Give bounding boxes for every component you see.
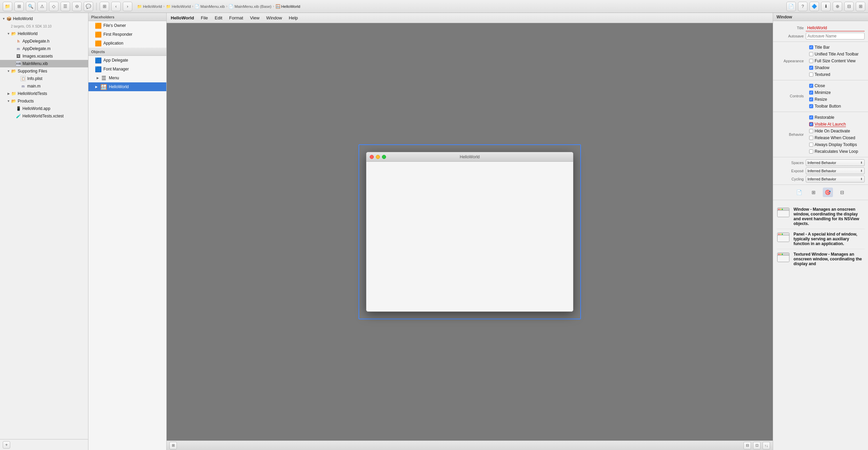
cb-fullsize[interactable] [809, 59, 813, 63]
cb-titlebar[interactable] [809, 45, 813, 49]
toggle-helloworldtests[interactable]: ▶ [6, 91, 11, 96]
cb-row-hide-on-deactivate: Hide On Deactivate [806, 128, 865, 134]
download-btn[interactable]: ⬇ [821, 2, 831, 11]
objects-item-first-responder[interactable]: 🟧 First Responder [88, 30, 166, 39]
cb-resize[interactable] [809, 97, 813, 101]
breadcrumb-item-2[interactable]: 📁 HelloWorld [166, 4, 191, 9]
title-input[interactable] [806, 25, 865, 31]
cb-row-toolbar: Toolbar Button [806, 103, 865, 110]
nav-back[interactable]: ‹ [111, 2, 121, 11]
cb-release-closed[interactable] [809, 136, 813, 140]
cb-always-tooltips[interactable] [809, 143, 813, 147]
panel-btn[interactable]: ⊕ [833, 2, 842, 11]
library-item-panel[interactable]: Panel - A special kind of window, typica… [777, 229, 865, 249]
objects-item-files-owner[interactable]: 🟧 File's Owner [88, 21, 166, 30]
canvas-layout-btn[interactable]: ⊡ [753, 442, 761, 449]
menu-view[interactable]: View [250, 15, 260, 20]
cb-toolbar[interactable] [809, 104, 813, 108]
expose-dropdown[interactable]: Inferred Behavior ⬍ [806, 167, 865, 174]
label-files-owner: File's Owner [103, 23, 126, 28]
breadcrumb-item-1[interactable]: 📁 HelloWorld [137, 4, 162, 9]
cb-close[interactable] [809, 84, 813, 88]
tab-attributes[interactable]: 🎯 [823, 188, 833, 197]
menu-window[interactable]: Window [266, 15, 282, 20]
menu-format[interactable]: Format [229, 15, 243, 20]
sidebar-item-helloworld-root[interactable]: ▼ 📦 HelloWorld [0, 15, 88, 22]
list-btn[interactable]: ☰ [61, 2, 70, 11]
breadcrumb-item-3[interactable]: 📄 MainMenu.xib [195, 4, 225, 9]
sidebar-item-mainmenu[interactable]: ▶ XIB MainMenu.xib [0, 60, 88, 67]
cb-minimize[interactable] [809, 91, 813, 95]
menu-helloworld[interactable]: HelloWorld [171, 15, 194, 20]
sidebar-item-products[interactable]: ▼ 📂 Products [0, 97, 88, 105]
sidebar-item-appdelegate-h[interactable]: ▶ h AppDelegate.h [0, 37, 88, 45]
tab-document[interactable]: 📄 [794, 188, 804, 197]
spaces-dropdown[interactable]: Inferred Behavior ⬍ [806, 159, 865, 166]
sidebar-item-appdelegate-m[interactable]: ▶ m AppDelegate.m [0, 45, 88, 52]
library-item-window[interactable]: Window - Manages an onscreen window, coo… [777, 204, 865, 229]
cb-shadow[interactable] [809, 66, 813, 70]
sidebar-item-images[interactable]: ▶ 🖼 Images.xcassets [0, 52, 88, 60]
warning-btn[interactable]: ⚠ [37, 2, 47, 11]
sidebar-item-main-m[interactable]: ▶ m main.m [0, 82, 88, 90]
cb-unified[interactable] [809, 52, 813, 56]
canvas-fit-btn[interactable]: ⊟ [744, 442, 751, 449]
comment-btn[interactable]: 💬 [84, 2, 93, 11]
objects-item-font-manager[interactable]: 🟦 Font Manager [88, 65, 166, 74]
simulated-window[interactable]: HelloWorld [366, 152, 573, 312]
menu-file[interactable]: File [201, 15, 208, 20]
toggle-supporting[interactable]: ▼ [6, 69, 11, 74]
cb-visible-at-launch[interactable] [809, 122, 813, 126]
window-min-btn[interactable] [376, 155, 380, 159]
menu-help[interactable]: Help [289, 15, 298, 20]
canvas-nav-btn[interactable]: ↑↓ [763, 442, 770, 449]
library-item-textured-window[interactable]: Textured Window - Manages an onscreen wi… [777, 249, 865, 269]
window-max-btn[interactable] [382, 155, 386, 159]
spaces-arrow: ⬍ [860, 161, 863, 164]
cycling-dropdown[interactable]: Inferred Behavior ⬍ [806, 176, 865, 182]
search-btn[interactable]: 🔍 [26, 2, 35, 11]
add-file-btn[interactable]: + [3, 441, 10, 449]
new-file-btn[interactable]: 📄 [786, 2, 796, 11]
bookmark-btn[interactable]: ◇ [49, 2, 59, 11]
sidebar-item-supporting[interactable]: ▼ 📂 Supporting Files [0, 67, 88, 75]
pane-btn[interactable]: ⊟ [844, 2, 854, 11]
tab-bindings[interactable]: ⊟ [837, 188, 847, 197]
objects-item-menu[interactable]: ▶ ☰ Menu [88, 74, 166, 82]
sidebar-item-info-plist[interactable]: ▶ 📋 Info.plist [0, 75, 88, 82]
grid-btn[interactable]: ⊞ [100, 2, 109, 11]
breadcrumb-item-5[interactable]: 🪟 HelloWorld [276, 4, 300, 9]
cb-recalculates[interactable] [809, 149, 813, 154]
window-toggle[interactable]: ▶ [95, 85, 100, 89]
app-icon: 📱 [16, 106, 21, 111]
menu-edit[interactable]: Edit [215, 15, 222, 20]
nav-fwd[interactable]: › [123, 2, 132, 11]
objects-item-app-delegate[interactable]: 🟦 App Delegate [88, 56, 166, 65]
objects-item-helloworld-window[interactable]: ▶ 🪟 HelloWorld [88, 82, 166, 91]
cb-restorable[interactable] [809, 115, 813, 119]
folder-btn[interactable]: 📁 [3, 2, 12, 11]
sidebar-item-helloworldtests[interactable]: ▶ 📁 HelloWorldTests [0, 90, 88, 97]
canvas-content[interactable]: HelloWorld [167, 23, 773, 440]
window-close-btn[interactable] [370, 155, 374, 159]
cb-textured[interactable] [809, 73, 813, 77]
tab-size[interactable]: ⊞ [808, 188, 819, 197]
autosave-input[interactable] [806, 33, 865, 39]
canvas-zoom-btn[interactable]: ⊞ [169, 442, 177, 449]
help-btn[interactable]: ? [798, 2, 807, 11]
menu-toggle[interactable]: ▶ [95, 76, 100, 80]
cb-hide-deactivate[interactable] [809, 129, 813, 133]
hierarchy-btn[interactable]: ⊞ [14, 2, 24, 11]
sidebar-item-helloworld-group[interactable]: ▼ 📂 HelloWorld [0, 30, 88, 37]
toggle-products[interactable]: ▼ [6, 99, 11, 103]
objects-item-application[interactable]: 🟧 Application [88, 39, 166, 48]
breadcrumb-item-4[interactable]: 📄 MainMenu.xib (Base) [229, 4, 271, 9]
cb-label-hide-deactivate: Hide On Deactivate [815, 129, 850, 133]
toggle-helloworld-root[interactable]: ▼ [1, 16, 6, 21]
sidebar-item-xctest[interactable]: ▶ 🧪 HelloWorldTests.xctest [0, 112, 88, 120]
inspector-btn[interactable]: 🔷 [809, 2, 819, 11]
layout-btn[interactable]: ⊞ [856, 2, 865, 11]
toggle-helloworld-group[interactable]: ▼ [6, 31, 11, 36]
sidebar-item-helloworld-app[interactable]: ▶ 📱 HelloWorld.app [0, 105, 88, 112]
link-btn[interactable]: ⊖ [72, 2, 82, 11]
